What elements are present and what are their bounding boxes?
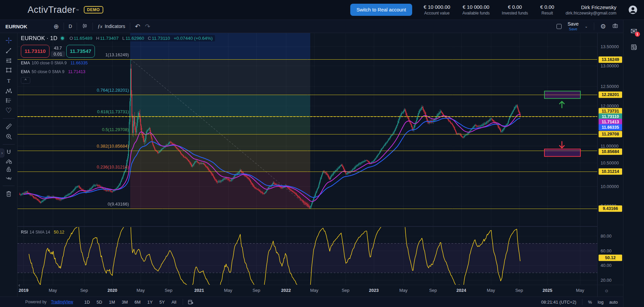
- save-button[interactable]: Save Save: [568, 22, 579, 31]
- compare-add-icon[interactable]: ⊕: [53, 23, 59, 30]
- interval-button[interactable]: D: [69, 24, 72, 29]
- shapes-tool-icon[interactable]: [3, 65, 14, 75]
- legend-collapse-button[interactable]: ^: [21, 77, 30, 84]
- time-tick-label: Sep: [515, 288, 523, 293]
- range-button-5d[interactable]: 5D: [95, 299, 104, 305]
- range-button-1d[interactable]: 1D: [82, 299, 92, 305]
- mail-icon[interactable]: ✉ 1: [630, 27, 637, 36]
- result-label: Result: [540, 11, 554, 16]
- time-tick-label: 2024: [457, 288, 466, 293]
- chart-style-icon[interactable]: [82, 23, 88, 30]
- ema50-value: 11.71413: [68, 69, 85, 74]
- sell-button[interactable]: 11.73110: [21, 45, 49, 58]
- sidebar-expand-handle[interactable]: ›: [0, 149, 4, 157]
- market-status-dot: [61, 37, 64, 40]
- invested-funds: € 0.00: [502, 4, 528, 10]
- price-badge: 11.66335: [599, 124, 622, 131]
- rsi-legend-row[interactable]: RSI 14 SMA 14 50.12: [21, 230, 64, 235]
- trend-line-tool-icon[interactable]: [3, 45, 14, 56]
- bottom-bar-right: 08:21:41 (UTC+2) % log auto: [541, 299, 623, 305]
- crosshair-tool-icon[interactable]: [3, 35, 14, 45]
- change-value: +0.07440 (+0.64%): [174, 36, 213, 41]
- hide-all-tool-icon[interactable]: [3, 173, 14, 183]
- stat-invested-funds: € 0.00 Invested funds: [502, 4, 528, 16]
- rsi-tick-label: 60.00: [601, 248, 612, 253]
- lot-size[interactable]: 0.01: [51, 51, 65, 57]
- price-tick-label: 13.50000: [601, 44, 619, 49]
- price-badge: 12.28201: [599, 92, 622, 98]
- time-tick-label: 2022: [281, 288, 291, 293]
- symbol-button[interactable]: EURNOK: [5, 24, 27, 29]
- chart-region: EURNOK · 1D O11.65489 H11.73407 L11.6296…: [17, 33, 623, 297]
- switch-to-real-account-button[interactable]: Switch to Real account: [350, 4, 412, 16]
- user-name: Dirk Friczewsky: [566, 4, 616, 10]
- remove-all-tool-icon[interactable]: [3, 189, 14, 199]
- account-value: € 10 000.00: [424, 4, 450, 10]
- range-button-3m[interactable]: 3M: [120, 299, 130, 305]
- result-value: € 0.00: [540, 4, 554, 10]
- indicators-button[interactable]: ƒx Indicators: [98, 24, 125, 29]
- price-tick-label: 12.50000: [601, 84, 619, 89]
- time-tick-label: Sep: [80, 288, 88, 293]
- clock[interactable]: 08:21:41 (UTC+2): [541, 300, 576, 305]
- undo-icon[interactable]: ↶: [135, 23, 140, 30]
- scroll-left-chevron-icon[interactable]: ‹: [19, 282, 20, 288]
- range-button-all[interactable]: All: [170, 299, 178, 305]
- price-badge: 10.85684: [599, 149, 622, 155]
- time-tick-label: May: [49, 288, 57, 293]
- right-side-panel: ✉ 1: [623, 20, 644, 307]
- range-button-6m[interactable]: 6M: [133, 299, 143, 305]
- session-sun-icon[interactable]: ☼: [604, 287, 609, 294]
- symbol-interval-title[interactable]: EURNOK · 1D: [21, 35, 58, 41]
- camera-snapshot-icon[interactable]: [612, 23, 618, 30]
- tools-divider: [3, 186, 15, 186]
- go-to-date-icon[interactable]: [187, 299, 194, 305]
- user-email: dirk.friczewsky@gmail.com: [566, 11, 616, 16]
- xabcd-pattern-tool-icon[interactable]: [3, 86, 14, 96]
- price-tick-label: 12.00000: [601, 103, 619, 109]
- chart-toolbar: EURNOK ⊕ D ƒx Indicators ↶ ↷ Save S: [0, 20, 623, 33]
- rsi-tick-label: 20.00: [601, 277, 612, 282]
- price-tick-label: 10.50000: [601, 160, 619, 165]
- drawing-tools-sidebar: T♡: [0, 33, 17, 297]
- time-tick-label: May: [224, 288, 232, 293]
- text-tool-icon[interactable]: T: [3, 76, 14, 86]
- range-button-1y[interactable]: 1Y: [145, 299, 155, 305]
- toolbar-divider: [130, 23, 130, 30]
- layout-icon[interactable]: [557, 24, 562, 29]
- range-button-5y[interactable]: 5Y: [157, 299, 167, 305]
- zoom-in-tool-icon[interactable]: [3, 131, 14, 142]
- tradingview-link[interactable]: TradingView: [51, 300, 73, 304]
- time-tick-label: May: [137, 288, 145, 293]
- svg-text:T: T: [7, 78, 10, 84]
- ema50-legend-row[interactable]: EMA 50 close 0 SMA 9 11.71413: [21, 68, 215, 75]
- price-scale[interactable]: 13.5000013.0000012.5000012.0000011.00000…: [597, 33, 623, 297]
- pane-divider[interactable]: [17, 226, 597, 227]
- ema100-value: 11.66335: [70, 61, 87, 65]
- time-tick-label: May: [399, 288, 408, 293]
- horizontal-lines-tool-icon[interactable]: [3, 56, 14, 66]
- news-icon[interactable]: [630, 43, 638, 52]
- available-funds-label: Available funds: [462, 11, 490, 16]
- log-scale-toggle[interactable]: log: [598, 300, 603, 305]
- percent-scale-toggle[interactable]: %: [588, 300, 592, 305]
- toolbar-right: Save Save ⌄ ⚙: [557, 22, 623, 31]
- forecast-tool-icon[interactable]: [3, 95, 14, 105]
- ema100-legend-row[interactable]: EMA 100 close 0 SMA 9 11.66335: [21, 60, 215, 66]
- brand-logo: ActivTrader ™ DEMO: [28, 5, 103, 15]
- rsi-value: 50.12: [54, 230, 64, 235]
- ruler-tool-icon[interactable]: [3, 121, 14, 131]
- avatar-icon[interactable]: [628, 5, 638, 15]
- time-axis[interactable]: ☼ 2019MaySep2020MaySep2021MaySep2022MayS…: [17, 285, 623, 297]
- range-button-1m[interactable]: 1M: [107, 299, 117, 305]
- buy-button[interactable]: 11.73547: [66, 45, 95, 58]
- emoji-heart-tool-icon[interactable]: ♡: [3, 105, 14, 116]
- rsi-tick-label: 40.00: [601, 263, 612, 268]
- save-chevron-down-icon[interactable]: ⌄: [585, 24, 588, 29]
- invested-funds-label: Invested funds: [502, 11, 528, 16]
- stat-result: € 0.00 Result: [540, 4, 554, 16]
- auto-scale-toggle[interactable]: auto: [609, 300, 618, 305]
- redo-icon[interactable]: ↷: [145, 23, 150, 30]
- ohlc-values: O11.65489 H11.73407 L11.62960 C11.73110 …: [67, 35, 215, 41]
- settings-gear-icon[interactable]: ⚙: [600, 23, 606, 30]
